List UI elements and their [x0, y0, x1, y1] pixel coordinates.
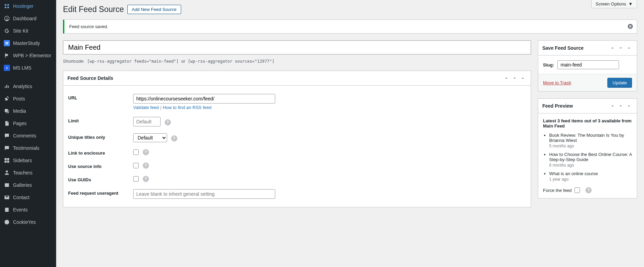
preview-box-title: Feed Preview — [542, 103, 573, 109]
sidebar-item-galleries[interactable]: Galleries — [0, 179, 56, 191]
force-feed-label: Force the feed — [543, 188, 572, 193]
add-new-button[interactable]: Add New Feed Source — [127, 5, 181, 14]
toggle-panel-button[interactable] — [519, 74, 527, 82]
sidebar-item-testimonials[interactable]: Testimonials — [0, 142, 56, 154]
preview-item-time: 5 months ago — [549, 144, 632, 148]
help-icon[interactable]: ? — [143, 162, 149, 169]
validate-feed-link[interactable]: Validate feed — [133, 105, 159, 110]
update-button[interactable]: Update — [607, 78, 632, 88]
sidebar-item-sitekit[interactable]: Site Kit — [0, 25, 56, 37]
limit-input[interactable] — [133, 117, 161, 126]
save-box-title: Save Feed Source — [542, 45, 584, 51]
slug-input[interactable] — [557, 60, 619, 69]
sidebar-item-cookieyes[interactable]: CookieYes — [0, 216, 56, 228]
help-icon[interactable]: ? — [165, 119, 171, 125]
chevron-down-icon: ▼ — [628, 1, 633, 7]
sidebar-item-mslms[interactable]: ≡MS LMS — [0, 62, 56, 74]
comments-icon — [3, 132, 10, 139]
sidebar-item-teachers[interactable]: Teachers — [0, 167, 56, 179]
preview-box-header: Feed Preview — [538, 99, 637, 113]
enclosure-checkbox[interactable] — [133, 149, 139, 155]
sidebar-item-label: Comments — [13, 133, 36, 138]
sourceinfo-checkbox[interactable] — [133, 163, 139, 168]
unique-select[interactable]: Default — [133, 133, 167, 142]
enclosure-label: Link to enclosure — [68, 149, 133, 156]
masterstudy-icon: M — [3, 40, 10, 47]
pages-icon — [3, 120, 10, 127]
sidebar-item-label: CookieYes — [13, 219, 36, 225]
svg-point-0 — [4, 220, 9, 224]
sidebar-item-media[interactable]: Media — [0, 105, 56, 117]
main-content: Screen Options ▼ Edit Feed Source Add Ne… — [56, 0, 644, 267]
sidebar-item-label: Hostinger — [13, 3, 34, 9]
move-down-button[interactable] — [617, 44, 624, 52]
sidebar-item-contact[interactable]: Contact — [0, 191, 56, 204]
help-icon[interactable]: ? — [585, 187, 592, 193]
preview-item: How to Choose the Best Online Course: A … — [549, 152, 632, 168]
sidebar-item-label: Posts — [13, 96, 25, 101]
limit-label: Limit — [68, 117, 133, 123]
force-feed-checkbox[interactable] — [574, 187, 580, 193]
guids-checkbox[interactable] — [133, 176, 139, 182]
shortcode-label: Shortcode: — [63, 59, 85, 64]
move-up-button[interactable] — [503, 74, 510, 82]
toggle-panel-button[interactable] — [625, 102, 633, 110]
feed-title-input[interactable] — [63, 40, 531, 54]
google-icon — [3, 27, 10, 34]
url-label: URL — [68, 94, 133, 100]
sidebar-item-wpb[interactable]: WPB > Elementor — [0, 49, 56, 62]
move-down-button[interactable] — [617, 102, 624, 110]
url-input[interactable] — [133, 94, 275, 104]
screen-options-toggle[interactable]: Screen Options ▼ — [591, 0, 637, 8]
sidebar-item-events[interactable]: Events — [0, 204, 56, 216]
pin-icon — [3, 95, 10, 102]
preview-item-title: What is an online course — [549, 171, 598, 176]
dismiss-notice-button[interactable] — [627, 23, 634, 30]
preview-item-title: Book Review: The Mountain Is You by Bria… — [549, 133, 624, 143]
guids-label: Use GUIDs — [68, 176, 133, 182]
toggle-panel-button[interactable] — [625, 44, 633, 52]
move-down-button[interactable] — [511, 74, 518, 82]
sidebar-item-label: Dashboard — [13, 16, 37, 21]
help-icon[interactable]: ? — [143, 176, 149, 182]
sidebar-item-label: MasterStudy — [13, 40, 40, 46]
preview-item-title: How to Choose the Best Online Course: A … — [549, 152, 632, 162]
preview-item: What is an online course1 year ago — [549, 171, 632, 182]
sidebar-item-sidebars[interactable]: Sidebars — [0, 154, 56, 167]
move-up-button[interactable] — [609, 102, 616, 110]
help-icon[interactable]: ? — [143, 149, 149, 155]
sidebar-item-label: Galleries — [13, 182, 32, 188]
unique-label: Unique titles only — [68, 133, 133, 140]
save-box-header: Save Feed Source — [538, 41, 637, 56]
gallery-icon — [3, 182, 10, 189]
sidebar-item-posts[interactable]: Posts — [0, 93, 56, 105]
sidebar-item-analytics[interactable]: Analytics — [0, 80, 56, 93]
shortcode-code2: [wp-rss-aggregator sources="12977"] — [187, 58, 276, 64]
shortcode-code1: [wp-rss-aggregator feeds="main-feed"] — [86, 58, 180, 64]
feed-details-title: Feed Source Details — [67, 75, 113, 81]
sidebar-item-masterstudy[interactable]: MMasterStudy — [0, 37, 56, 49]
sidebar-item-label: Testimonials — [13, 145, 39, 151]
sidebar-item-hostinger[interactable]: Hostinger — [0, 0, 56, 12]
howto-link[interactable]: How to find an RSS feed — [163, 105, 211, 110]
sidebar-item-label: Sidebars — [13, 158, 32, 163]
screen-options-label: Screen Options — [596, 1, 627, 7]
move-to-trash-link[interactable]: Move to Trash — [543, 80, 571, 85]
mail-icon — [3, 194, 10, 201]
useragent-label: Feed request useragent — [68, 189, 133, 196]
mslms-icon: ≡ — [3, 64, 10, 71]
shortcode-row: Shortcode: [wp-rss-aggregator feeds="mai… — [63, 59, 531, 64]
sidebar-item-dashboard[interactable]: Dashboard — [0, 12, 56, 25]
sidebar-item-comments[interactable]: Comments — [0, 130, 56, 142]
page-header: Edit Feed Source Add New Feed Source — [63, 5, 637, 14]
help-icon[interactable]: ? — [171, 135, 177, 142]
move-up-button[interactable] — [609, 44, 616, 52]
testimonial-icon — [3, 145, 10, 151]
preview-box: Feed Preview Latest 3 feed items out of … — [538, 98, 637, 198]
hostinger-icon — [3, 3, 10, 10]
flag-icon — [3, 52, 10, 59]
preview-meta: Latest 3 feed items out of 3 available f… — [543, 118, 632, 129]
sidebar-item-pages[interactable]: Pages — [0, 117, 56, 130]
preview-list: Book Review: The Mountain Is You by Bria… — [543, 133, 632, 182]
useragent-input[interactable] — [133, 189, 275, 199]
